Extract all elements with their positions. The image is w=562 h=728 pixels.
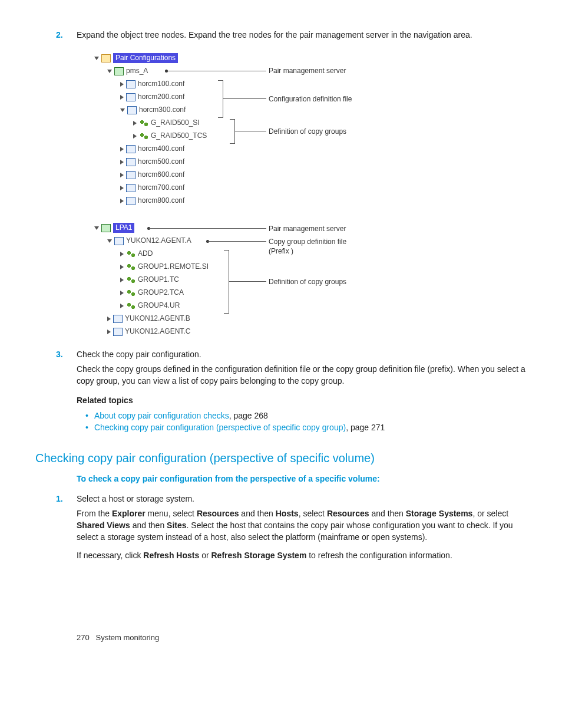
procedure-heading: To check a copy pair configuration from … bbox=[77, 473, 527, 485]
expand-right-icon bbox=[120, 160, 124, 164]
callout-line bbox=[148, 228, 266, 229]
file-icon bbox=[126, 158, 135, 166]
expand-down-icon bbox=[107, 70, 112, 73]
file-icon bbox=[126, 93, 135, 101]
tree-figure-1: Pair Configurations pms_A horcm100.conf … bbox=[94, 52, 527, 338]
expand-right-icon bbox=[120, 82, 124, 87]
group-icon bbox=[139, 119, 148, 127]
tree-root: Pair Configurations bbox=[113, 53, 178, 63]
expand-right-icon bbox=[120, 95, 124, 100]
tree-node: horcm400.conf bbox=[138, 144, 184, 154]
expand-right-icon bbox=[120, 186, 124, 190]
file-icon bbox=[127, 106, 137, 114]
tree-node: horcm200.conf bbox=[138, 92, 184, 102]
agent-icon bbox=[113, 328, 123, 336]
page-number: 270 bbox=[77, 633, 90, 642]
tree-node: horcm500.conf bbox=[138, 157, 184, 167]
agent-icon bbox=[113, 315, 123, 323]
chapter-title: System monitoring bbox=[96, 633, 160, 642]
expand-right-icon bbox=[120, 304, 124, 308]
tree-node: G_RAID500_TCS bbox=[151, 131, 207, 141]
related-item: About copy pair configuration checks, pa… bbox=[85, 410, 527, 422]
callout-text: Definition of copy groups bbox=[269, 127, 346, 137]
step-text: Expand the object tree nodes. Expand the… bbox=[77, 30, 472, 39]
expand-right-icon bbox=[120, 252, 124, 256]
callout-line bbox=[166, 71, 266, 71]
tree-node: pms_A bbox=[126, 66, 148, 76]
section-heading: Checking copy pair configuration (perspe… bbox=[35, 450, 527, 466]
expand-down-icon bbox=[120, 108, 125, 112]
related-topics-list: About copy pair configuration checks, pa… bbox=[85, 410, 527, 433]
callout-text: Configuration definition file bbox=[269, 94, 352, 104]
group-icon bbox=[126, 289, 135, 297]
step-paragraph: From the Explorer menu, select Resources… bbox=[77, 508, 527, 543]
expand-right-icon bbox=[107, 317, 111, 321]
page-footer: 270 System monitoring bbox=[35, 633, 527, 643]
file-icon bbox=[126, 80, 135, 88]
tree-node: horcm100.conf bbox=[138, 79, 184, 89]
tree-node: YUKON12.AGENT.C bbox=[125, 327, 190, 337]
related-link[interactable]: About copy pair configuration checks bbox=[94, 411, 229, 420]
callout-bracket bbox=[224, 250, 229, 314]
tree-node: YUKON12.AGENT.B bbox=[125, 314, 190, 324]
callout-line bbox=[207, 241, 266, 242]
file-icon bbox=[126, 171, 135, 179]
step-number: 1. bbox=[56, 493, 63, 505]
step-3: 3. Check the copy pair configuration. Ch… bbox=[77, 349, 527, 387]
tree-node: horcm700.conf bbox=[138, 183, 184, 193]
file-icon bbox=[126, 145, 135, 153]
group-icon bbox=[126, 276, 135, 284]
related-page: , page 268 bbox=[229, 411, 268, 420]
group-icon bbox=[126, 263, 135, 271]
callout-line bbox=[223, 98, 266, 99]
callout-line bbox=[229, 281, 266, 282]
agent-icon bbox=[114, 237, 124, 245]
step-paragraph: If necessary, click Refresh Hosts or Ref… bbox=[77, 550, 527, 562]
related-item: Checking copy pair configuration (perspe… bbox=[85, 422, 527, 434]
callout-text: Pair management server bbox=[269, 66, 346, 76]
expand-right-icon bbox=[133, 121, 137, 126]
tree-node: GROUP1.REMOTE.SI bbox=[138, 262, 209, 272]
tree-node: GROUP4.UR bbox=[138, 301, 180, 311]
tree-node: G_RAID500_SI bbox=[151, 118, 200, 128]
group-icon bbox=[126, 250, 135, 258]
step-text: Select a host or storage system. bbox=[77, 494, 194, 503]
expand-right-icon bbox=[120, 173, 124, 177]
expand-right-icon bbox=[120, 278, 124, 282]
step-subtext: Check the copy groups defined in the con… bbox=[77, 364, 527, 387]
related-page: , page 271 bbox=[346, 423, 385, 432]
tree-root: LPA1 bbox=[113, 223, 134, 233]
callout-text: Copy group definition file (Prefix ) bbox=[269, 237, 363, 257]
tree-node: GROUP2.TCA bbox=[138, 288, 184, 298]
callout-bracket bbox=[230, 119, 235, 144]
related-link[interactable]: Checking copy pair configuration (perspe… bbox=[94, 423, 346, 432]
callout-line bbox=[234, 131, 266, 131]
expand-right-icon bbox=[120, 265, 124, 269]
expand-right-icon bbox=[120, 291, 124, 295]
expand-right-icon bbox=[133, 134, 137, 139]
callout-bracket bbox=[218, 80, 223, 118]
group-icon bbox=[126, 302, 135, 310]
server-icon bbox=[114, 67, 124, 75]
tree-node: ADD bbox=[138, 249, 153, 259]
folder-icon bbox=[101, 54, 111, 62]
file-icon bbox=[126, 184, 135, 192]
expand-down-icon bbox=[94, 226, 99, 230]
related-topics-heading: Related topics bbox=[77, 395, 527, 407]
tree-node: YUKON12.AGENT.A bbox=[126, 236, 191, 246]
expand-down-icon bbox=[94, 57, 99, 60]
tree-node: GROUP1.TC bbox=[138, 275, 179, 285]
expand-right-icon bbox=[120, 199, 124, 203]
file-icon bbox=[126, 197, 135, 205]
callout-text: Definition of copy groups bbox=[269, 277, 346, 287]
group-icon bbox=[139, 132, 148, 140]
expand-right-icon bbox=[120, 147, 124, 151]
step-number: 3. bbox=[56, 349, 63, 361]
expand-down-icon bbox=[107, 239, 112, 243]
callout-text: Pair management server bbox=[269, 224, 346, 234]
server-icon bbox=[101, 224, 111, 232]
tree-node: horcm600.conf bbox=[138, 170, 184, 180]
tree-node: horcm300.conf bbox=[139, 105, 186, 115]
tree-node: horcm800.conf bbox=[138, 196, 184, 206]
step-2: 2. Expand the object tree nodes. Expand … bbox=[77, 29, 527, 338]
